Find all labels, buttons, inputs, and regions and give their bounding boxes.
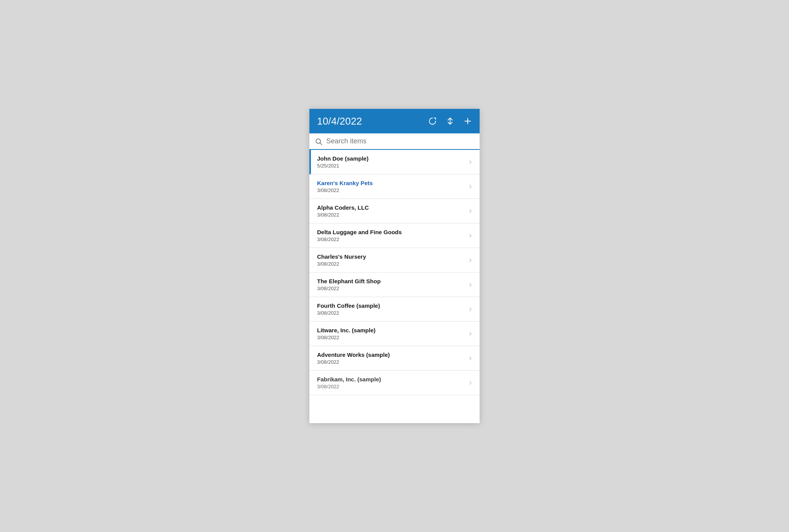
chevron-right-icon: [467, 282, 473, 288]
list-item[interactable]: Litware, Inc. (sample)3/08/2022: [309, 322, 480, 346]
list-item[interactable]: Karen's Kranky Pets3/08/2022: [309, 174, 480, 199]
item-date: 5/25/2021: [317, 163, 464, 169]
app-container: 10/4/2022: [309, 109, 480, 423]
add-icon[interactable]: [464, 117, 472, 125]
list-item[interactable]: John Doe (sample)5/25/2021: [309, 150, 480, 174]
chevron-right-icon: [467, 184, 473, 190]
list-item-content: John Doe (sample)5/25/2021: [317, 155, 464, 169]
chevron-right-icon: [467, 306, 473, 312]
item-date: 3/08/2022: [317, 236, 464, 242]
list-item[interactable]: Fourth Coffee (sample)3/08/2022: [309, 297, 480, 322]
list-item-content: Alpha Coders, LLC3/08/2022: [317, 204, 464, 218]
list-item-content: The Elephant Gift Shop3/08/2022: [317, 278, 464, 291]
item-name: John Doe (sample): [317, 155, 464, 162]
item-name: Karen's Kranky Pets: [317, 180, 464, 186]
list-item[interactable]: Delta Luggage and Fine Goods3/08/2022: [309, 223, 480, 248]
item-name: Charles's Nursery: [317, 253, 464, 260]
chevron-right-icon: [467, 331, 473, 337]
list-item[interactable]: Adventure Works (sample)3/08/2022: [309, 346, 480, 371]
svg-line-4: [320, 143, 322, 144]
item-date: 3/08/2022: [317, 335, 464, 340]
list-item[interactable]: Charles's Nursery3/08/2022: [309, 248, 480, 273]
item-name: Fourth Coffee (sample): [317, 302, 464, 309]
list-item[interactable]: Alpha Coders, LLC3/08/2022: [309, 199, 480, 223]
list-item[interactable]: Fabrikam, Inc. (sample)3/08/2022: [309, 371, 480, 395]
item-name: Litware, Inc. (sample): [317, 327, 464, 333]
item-date: 3/08/2022: [317, 384, 464, 389]
item-date: 3/08/2022: [317, 310, 464, 316]
list-item-content: Adventure Works (sample)3/08/2022: [317, 351, 464, 365]
search-input[interactable]: [326, 137, 474, 145]
item-name: Adventure Works (sample): [317, 351, 464, 358]
sort-icon[interactable]: [446, 117, 454, 125]
search-bar: [309, 133, 480, 150]
item-name: Delta Luggage and Fine Goods: [317, 229, 464, 235]
chevron-right-icon: [467, 380, 473, 386]
chevron-right-icon: [467, 233, 473, 239]
search-icon: [315, 138, 322, 145]
item-name: The Elephant Gift Shop: [317, 278, 464, 284]
items-list: John Doe (sample)5/25/2021Karen's Kranky…: [309, 150, 480, 423]
chevron-right-icon: [467, 355, 473, 361]
list-item-content: Fourth Coffee (sample)3/08/2022: [317, 302, 464, 316]
refresh-icon[interactable]: [428, 117, 437, 125]
item-date: 3/08/2022: [317, 261, 464, 267]
chevron-right-icon: [467, 257, 473, 263]
list-item-content: Delta Luggage and Fine Goods3/08/2022: [317, 229, 464, 242]
chevron-right-icon: [467, 159, 473, 165]
item-date: 3/08/2022: [317, 359, 464, 365]
chevron-right-icon: [467, 208, 473, 214]
list-item-content: Charles's Nursery3/08/2022: [317, 253, 464, 267]
item-name: Fabrikam, Inc. (sample): [317, 376, 464, 383]
item-date: 3/08/2022: [317, 286, 464, 291]
header-bar: 10/4/2022: [309, 109, 480, 133]
item-date: 3/08/2022: [317, 212, 464, 218]
list-item-content: Karen's Kranky Pets3/08/2022: [317, 180, 464, 193]
header-title: 10/4/2022: [317, 115, 362, 127]
list-item[interactable]: The Elephant Gift Shop3/08/2022: [309, 273, 480, 297]
item-name: Alpha Coders, LLC: [317, 204, 464, 211]
item-date: 3/08/2022: [317, 187, 464, 193]
header-icons: [428, 117, 472, 125]
list-item-content: Fabrikam, Inc. (sample)3/08/2022: [317, 376, 464, 389]
list-item-content: Litware, Inc. (sample)3/08/2022: [317, 327, 464, 340]
